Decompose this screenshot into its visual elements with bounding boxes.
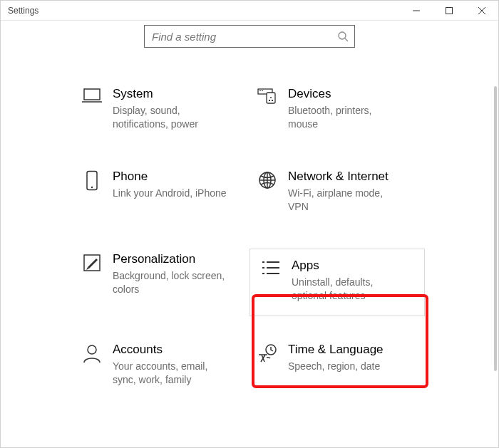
svg-rect-2 bbox=[84, 89, 100, 100]
svg-rect-5 bbox=[262, 90, 263, 91]
svg-point-15 bbox=[88, 345, 96, 354]
tile-label: Phone bbox=[113, 169, 227, 184]
tile-devices[interactable]: Devices Bluetooth, printers, mouse bbox=[250, 83, 425, 143]
tile-label: Personalization bbox=[113, 251, 227, 266]
settings-grid: System Display, sound, notifications, po… bbox=[1, 43, 498, 399]
tile-phone[interactable]: Phone Link your Android, iPhone bbox=[74, 166, 250, 226]
minimize-button[interactable] bbox=[400, 1, 433, 20]
tile-personalization[interactable]: Personalization Background, lock screen,… bbox=[74, 249, 250, 316]
content-area: System Display, sound, notifications, po… bbox=[1, 43, 498, 447]
tile-desc: Background, lock screen, colors bbox=[113, 269, 227, 296]
phone-icon bbox=[78, 169, 106, 192]
tile-label: Network & Internet bbox=[288, 169, 402, 184]
tile-label: Devices bbox=[288, 86, 402, 101]
search-input[interactable] bbox=[150, 30, 337, 43]
svg-point-1 bbox=[339, 32, 346, 39]
window-controls bbox=[400, 1, 498, 20]
scrollbar[interactable] bbox=[494, 86, 497, 371]
svg-rect-0 bbox=[446, 7, 453, 14]
tile-label: Apps bbox=[292, 258, 406, 273]
close-icon bbox=[478, 7, 485, 14]
svg-rect-8 bbox=[269, 100, 270, 101]
svg-rect-9 bbox=[272, 100, 273, 101]
tile-network[interactable]: Network & Internet Wi-Fi, airplane mode,… bbox=[250, 166, 425, 226]
maximize-button[interactable] bbox=[433, 1, 465, 20]
window-title: Settings bbox=[8, 6, 38, 16]
maximize-icon bbox=[446, 7, 453, 14]
tile-desc: Your accounts, email, sync, work, family bbox=[113, 360, 227, 387]
tile-time-language[interactable]: Time & Language Speech, region, date bbox=[250, 339, 425, 399]
paintbrush-icon bbox=[78, 251, 106, 273]
tile-desc: Uninstall, defaults, optional features bbox=[292, 276, 406, 303]
globe-icon bbox=[254, 169, 281, 190]
list-icon bbox=[257, 258, 284, 276]
close-button[interactable] bbox=[465, 1, 498, 20]
minimize-icon bbox=[413, 7, 420, 14]
tile-desc: Display, sound, notifications, power bbox=[113, 104, 227, 131]
tile-accounts[interactable]: Accounts Your accounts, email, sync, wor… bbox=[74, 339, 250, 399]
tile-desc: Link your Android, iPhone bbox=[113, 187, 227, 200]
tile-desc: Wi-Fi, airplane mode, VPN bbox=[288, 187, 402, 214]
tile-label: Accounts bbox=[113, 342, 227, 357]
laptop-icon bbox=[78, 86, 106, 105]
tile-apps[interactable]: Apps Uninstall, defaults, optional featu… bbox=[250, 249, 425, 316]
tile-desc: Bluetooth, printers, mouse bbox=[288, 104, 402, 131]
tile-system[interactable]: System Display, sound, notifications, po… bbox=[74, 83, 250, 143]
svg-point-11 bbox=[91, 187, 93, 188]
person-icon bbox=[78, 342, 106, 363]
titlebar: Settings bbox=[1, 1, 498, 21]
tile-desc: Speech, region, date bbox=[288, 360, 384, 373]
tile-label: Time & Language bbox=[288, 342, 384, 357]
tile-label: System bbox=[113, 86, 227, 101]
svg-rect-4 bbox=[259, 90, 261, 91]
search-icon bbox=[337, 31, 349, 42]
devices-icon bbox=[254, 86, 281, 106]
time-language-icon bbox=[254, 342, 281, 363]
svg-point-7 bbox=[270, 97, 272, 98]
